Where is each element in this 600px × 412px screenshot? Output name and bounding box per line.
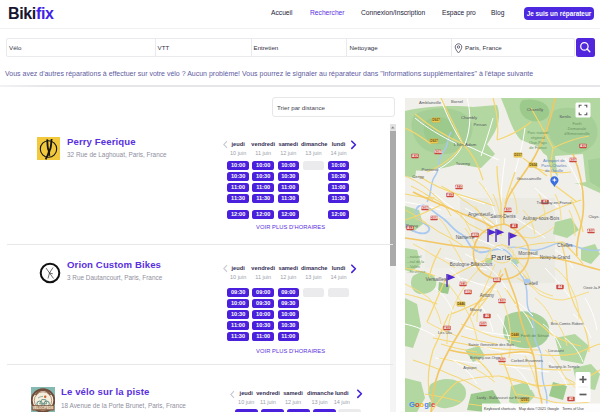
svg-text:N184: N184 [434, 150, 442, 154]
svg-text:A104: A104 [587, 229, 595, 233]
svg-text:Senlis: Senlis [559, 114, 571, 119]
svg-text:D308: D308 [430, 216, 438, 220]
svg-text:Les Ulis: Les Ulis [438, 330, 452, 335]
svg-text:N104: N104 [569, 158, 577, 162]
svg-text:...hevreuse: ...hevreuse [407, 270, 425, 274]
svg-text:D924: D924 [529, 163, 537, 167]
svg-text:Taverny: Taverny [456, 161, 471, 166]
svg-text:Cergy: Cergy [412, 174, 425, 179]
svg-text:Savigny-le-Temple: Savigny-le-Temple [548, 365, 579, 369]
svg-text:Corbeil-Essonnes: Corbeil-Essonnes [511, 358, 543, 363]
svg-text:Noisy-le-Grand: Noisy-le-Grand [540, 255, 571, 260]
svg-text:D446: D446 [457, 302, 465, 306]
svg-text:Massy: Massy [470, 307, 483, 312]
svg-text:Lieusaint: Lieusaint [548, 348, 564, 353]
svg-text:...Vallée: ...Vallée [407, 265, 420, 269]
svg-text:Brie-Comte-Robert: Brie-Comte-Robert [551, 321, 585, 326]
svg-text:Tremblay-en-France: Tremblay-en-France [536, 200, 571, 205]
svg-text:D448: D448 [511, 333, 519, 337]
svg-text:Persan: Persan [474, 122, 488, 127]
svg-text:Goussainville: Goussainville [517, 176, 542, 181]
svg-text:Nanterre: Nanterre [456, 235, 475, 240]
svg-text:A106: A106 [498, 299, 506, 303]
svg-text:Sainte Geneviève des Bois: Sainte Geneviève des Bois [468, 343, 514, 347]
svg-text:Antony: Antony [480, 293, 495, 298]
svg-text:d'Ermenonville: d'Ermenonville [564, 131, 589, 136]
svg-text:Saint-Denis: Saint-Denis [490, 214, 516, 219]
svg-text:VELOCIPEDE: VELOCIPEDE [33, 406, 54, 410]
svg-text:Paris: Paris [491, 253, 511, 262]
svg-text:Pontoise: Pontoise [421, 167, 439, 172]
svg-text:D927: D927 [430, 139, 438, 143]
svg-text:Boulogne-Billancourt: Boulogne-Billancourt [450, 262, 493, 267]
svg-text:Ozoir-la-F: Ozoir-la-F [583, 285, 600, 290]
svg-text:...nal de la: ...nal de la [407, 260, 425, 264]
svg-text:Brétigny-sur-Orge: Brétigny-sur-Orge [470, 356, 500, 360]
svg-text:Claye-: Claye- [588, 214, 600, 219]
svg-text:Chantilly: Chantilly [527, 107, 544, 112]
svg-text:A16: A16 [412, 154, 418, 158]
svg-text:A5: A5 [569, 397, 573, 401]
svg-text:Montreuil: Montreuil [518, 251, 537, 256]
svg-text:A115: A115 [455, 185, 463, 189]
svg-text:Lardy - Ballancourt sur Essonn: Lardy - Ballancourt sur Essonne [477, 396, 529, 400]
svg-text:Forêt de Sénart: Forêt de Sénart [521, 333, 550, 338]
svg-text:Keyboard shortcuts Map data: Keyboard shortcuts Map data ©2021 Google… [484, 407, 584, 411]
svg-text:de Gaulle: de Gaulle [545, 168, 564, 173]
svg-text:Bornel: Bornel [451, 99, 463, 104]
svg-text:...naturel: ...naturel [407, 255, 422, 259]
svg-text:D927: D927 [432, 118, 440, 122]
svg-text:A1: A1 [512, 224, 516, 228]
svg-text:A6B: A6B [494, 278, 501, 282]
svg-text:L'Isle-Adam: L'Isle-Adam [454, 142, 477, 147]
svg-text:A104: A104 [504, 208, 512, 212]
svg-text:D317: D317 [514, 153, 522, 157]
svg-text:A6: A6 [485, 314, 489, 318]
svg-text:Argenteuil: Argenteuil [468, 212, 490, 217]
svg-text:Chelles: Chelles [557, 243, 573, 248]
svg-text:de France: de France [529, 145, 547, 150]
svg-text:N184: N184 [421, 206, 429, 210]
svg-text:A4: A4 [558, 285, 562, 289]
svg-text:Chambly: Chambly [461, 115, 478, 120]
svg-text:Arpajon: Arpajon [463, 365, 476, 370]
svg-text:N118: N118 [459, 282, 467, 286]
svg-text:A15: A15 [447, 193, 453, 197]
svg-text:Poissy: Poissy [406, 223, 419, 228]
svg-text:Versailles: Versailles [426, 277, 447, 282]
svg-text:N104: N104 [479, 322, 487, 326]
svg-text:A16: A16 [580, 144, 586, 148]
svg-text:Google: Google [409, 400, 435, 409]
svg-text:Aulnay-sous-Bois: Aulnay-sous-Bois [523, 216, 560, 221]
svg-text:Amblainville: Amblainville [419, 100, 442, 105]
svg-text:A86: A86 [465, 290, 471, 294]
